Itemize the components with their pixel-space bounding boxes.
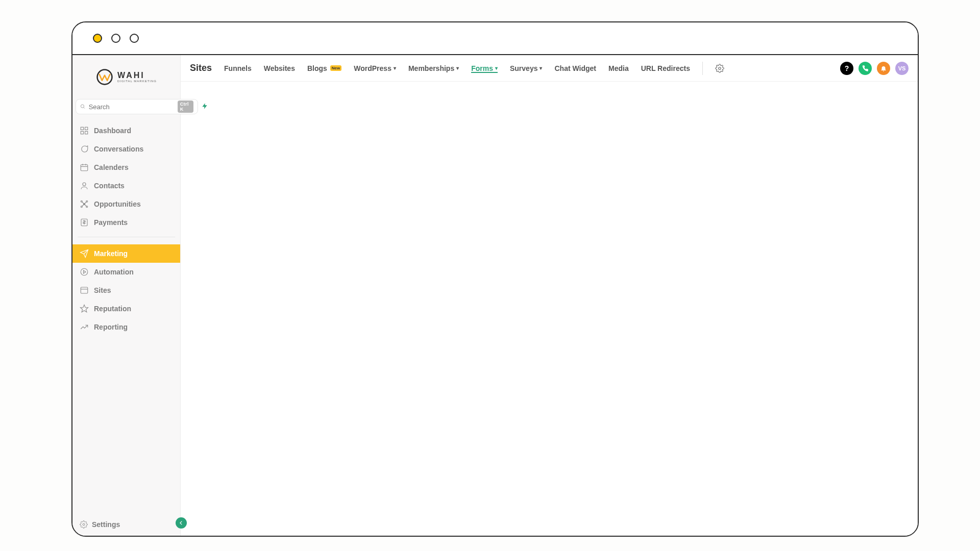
tab-surveys[interactable]: Surveys▾ [510,64,542,72]
svg-point-11 [83,183,86,186]
search-input[interactable] [89,103,175,111]
sidebar-item-contacts[interactable]: Contacts [72,177,180,195]
tab-funnels[interactable]: Funnels [224,64,252,72]
sidebar-item-label: Automation [94,268,134,276]
reporting-icon [80,322,89,332]
sidebar-item-marketing[interactable]: Marketing [72,244,180,263]
brand-name: WAHI [117,71,157,80]
opportunities-icon [80,199,89,209]
sidebar-settings[interactable]: Settings [72,520,180,529]
tab-label: Memberships [408,64,454,72]
sidebar-item-label: Conversations [94,145,143,153]
user-initials: VS [898,65,906,71]
brand-logo: WAHI DIGITAL MARKETING [72,55,180,99]
sidebar-item-calenders[interactable]: Calenders [72,158,180,177]
quick-action-icon[interactable] [201,103,208,111]
svg-point-27 [83,523,85,525]
settings-label: Settings [92,520,120,529]
sidebar-item-payments[interactable]: Payments [72,213,180,232]
svg-rect-5 [81,132,83,134]
chevron-down-icon: ▾ [394,65,396,71]
tab-label: Websites [264,64,295,72]
search-icon [80,103,86,110]
sidebar-item-label: Reputation [94,305,131,313]
search-box[interactable]: Ctrl K [76,99,198,114]
svg-line-18 [84,202,87,204]
svg-line-2 [84,107,85,108]
sidebar-item-label: Dashboard [94,127,131,135]
tab-label: Chat Widget [554,64,596,72]
tab-label: WordPress [354,64,391,72]
sidebar-item-label: Reporting [94,323,128,331]
svg-rect-7 [81,165,88,171]
reputation-icon [80,304,89,313]
sidebar-item-sites[interactable]: Sites [72,281,180,299]
help-button[interactable]: ? [840,62,853,75]
tab-chat-widget[interactable]: Chat Widget [554,64,596,72]
automation-icon [80,267,89,277]
nav-divider [78,237,175,237]
logo-mark-icon [96,68,113,86]
chevron-down-icon: ▾ [495,65,498,71]
tab-url-redirects[interactable]: URL Redirects [641,64,690,72]
phone-button[interactable] [859,62,872,75]
svg-point-22 [81,268,88,276]
sidebar-item-label: Marketing [94,249,128,258]
sidebar-item-label: Calenders [94,163,129,171]
site-settings-button[interactable] [715,64,724,73]
sidebar-item-label: Payments [94,218,128,227]
tab-label: Media [608,64,629,72]
help-icon: ? [845,64,849,72]
sidebar-item-label: Contacts [94,182,125,190]
collapse-sidebar-button[interactable] [176,517,187,529]
tab-media[interactable]: Media [608,64,629,72]
sites-icon [80,286,89,295]
tab-label: URL Redirects [641,64,690,72]
window-maximize-icon[interactable] [130,34,139,43]
brand-tagline: DIGITAL MARKETING [117,80,157,83]
calendar-icon [80,163,89,172]
sidebar-item-reputation[interactable]: Reputation [72,299,180,318]
dashboard-icon [80,126,89,135]
window-titlebar [72,22,918,55]
main-area: Sites Funnels Websites BlogsNew WordPres… [181,55,918,536]
divider [702,62,703,75]
svg-line-19 [82,204,84,207]
svg-point-28 [719,67,721,69]
page-title: Sites [190,63,212,73]
tab-forms[interactable]: Forms▾ [471,64,498,72]
svg-rect-3 [81,127,83,130]
sidebar-item-opportunities[interactable]: Opportunities [72,195,180,213]
bell-icon [880,65,887,72]
svg-line-17 [82,202,84,204]
notifications-button[interactable] [877,62,890,75]
tab-label: Funnels [224,64,252,72]
svg-marker-26 [81,305,88,312]
sidebar-item-conversations[interactable]: Conversations [72,140,180,158]
content-area [181,82,918,536]
chevron-down-icon: ▾ [456,65,459,71]
sidebar-item-reporting[interactable]: Reporting [72,318,180,336]
tab-wordpress[interactable]: WordPress▾ [354,64,396,72]
conversations-icon [80,144,89,154]
gear-icon [80,520,88,529]
search-shortcut: Ctrl K [178,101,193,113]
contacts-icon [80,181,89,190]
tab-memberships[interactable]: Memberships▾ [408,64,459,72]
sidebar: WAHI DIGITAL MARKETING Ctrl K [72,55,181,536]
phone-icon [862,65,869,72]
tab-label: Surveys [510,64,537,72]
user-avatar[interactable]: VS [895,62,909,75]
primary-nav: Dashboard Conversations Calenders Contac… [72,118,180,336]
sidebar-item-dashboard[interactable]: Dashboard [72,121,180,140]
window-close-icon[interactable] [93,34,102,43]
sidebar-item-label: Opportunities [94,200,141,208]
tab-websites[interactable]: Websites [264,64,295,72]
tab-blogs[interactable]: BlogsNew [307,64,341,72]
window-minimize-icon[interactable] [111,34,120,43]
new-badge: New [330,65,341,71]
svg-line-20 [84,204,87,207]
sidebar-item-automation[interactable]: Automation [72,263,180,281]
svg-point-1 [81,105,84,108]
top-nav: Sites Funnels Websites BlogsNew WordPres… [181,55,918,82]
